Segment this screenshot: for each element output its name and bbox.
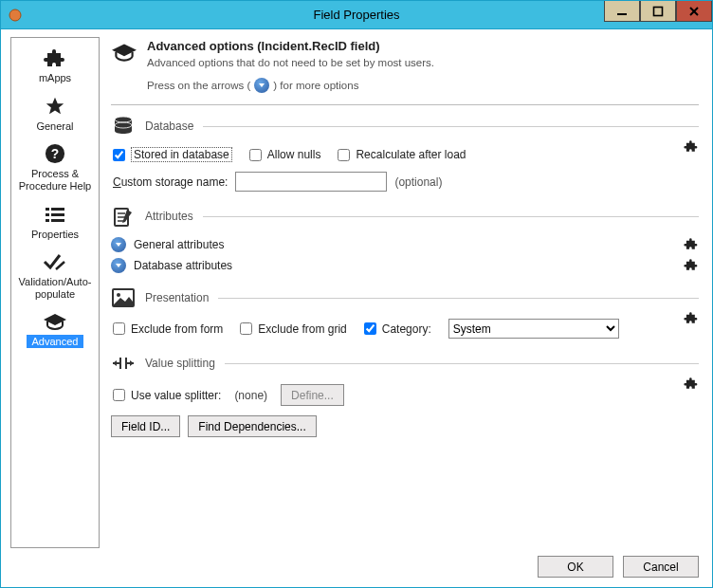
svg-marker-32 — [113, 360, 117, 366]
check-pencil-icon — [15, 249, 95, 274]
section-database: Database Stored in database Allo — [111, 115, 699, 192]
svg-rect-12 — [46, 219, 49, 222]
svg-line-14 — [56, 262, 64, 269]
arrow-down-icon — [254, 78, 269, 93]
puzzle-icon — [15, 46, 95, 70]
section-presentation: Presentation Exclude from form E — [111, 286, 699, 339]
window: Field Properties mApps — [0, 0, 713, 588]
graduation-cap-icon — [15, 309, 95, 334]
allow-nulls-checkbox[interactable]: Allow nulls — [249, 148, 321, 161]
sidebar-item-validation[interactable]: Validation/Auto-populate — [13, 248, 97, 305]
svg-marker-17 — [259, 83, 265, 87]
arrow-down-icon — [111, 258, 126, 273]
page-hint: Press on the arrows ( ) for more options — [147, 78, 434, 93]
exclude-from-form-checkbox[interactable]: Exclude from form — [113, 322, 223, 336]
puzzle-icon[interactable] — [684, 237, 699, 253]
optional-label: (optional) — [394, 175, 442, 189]
sidebar-item-properties[interactable]: Properties — [13, 200, 97, 247]
window-buttons — [604, 1, 712, 22]
find-dependencies-button[interactable]: Find Dependencies... — [188, 415, 316, 437]
category-checkbox[interactable]: Category: — [364, 322, 431, 336]
ok-button[interactable]: OK — [538, 556, 613, 578]
help-icon: ? — [15, 141, 95, 166]
svg-point-28 — [117, 293, 120, 297]
field-id-button[interactable]: Field ID... — [111, 415, 180, 437]
category-select[interactable]: System — [448, 319, 619, 339]
page-header: Advanced options (Incident.RecID field) … — [111, 37, 699, 101]
dialog-footer: OK Cancel — [10, 548, 703, 578]
graduation-cap-icon — [111, 39, 137, 93]
image-icon — [111, 286, 136, 309]
database-icon — [111, 115, 136, 138]
puzzle-icon[interactable] — [684, 139, 699, 156]
titlebar: Field Properties — [1, 1, 712, 29]
sidebar-item-process-help[interactable]: ? Process & Procedure Help — [13, 139, 97, 197]
svg-rect-8 — [46, 208, 49, 211]
minimize-button[interactable] — [604, 1, 640, 22]
puzzle-icon[interactable] — [684, 377, 699, 393]
svg-marker-5 — [46, 97, 64, 113]
maximize-button[interactable] — [640, 1, 676, 22]
main-panel: Advanced options (Incident.RecID field) … — [105, 37, 703, 548]
svg-rect-2 — [654, 7, 663, 15]
page-title: Advanced options (Incident.RecID field) — [147, 39, 434, 53]
exclude-from-grid-checkbox[interactable]: Exclude from grid — [240, 322, 346, 336]
svg-rect-11 — [51, 213, 64, 216]
svg-marker-34 — [130, 360, 134, 366]
svg-rect-10 — [46, 213, 49, 216]
split-icon — [111, 352, 136, 375]
splitter-value: (none) — [234, 389, 267, 402]
star-icon — [15, 94, 95, 119]
section-attributes: Attributes General attributes — [111, 205, 699, 273]
svg-text:?: ? — [51, 147, 59, 161]
custom-storage-label: Custom storage name: — [113, 175, 228, 189]
close-button[interactable] — [676, 1, 712, 22]
recalculate-after-load-checkbox[interactable]: Recalculate after load — [338, 148, 466, 161]
general-attributes-toggle[interactable]: General attributes — [111, 237, 699, 252]
section-value-splitting: Value splitting Use value splitter: (non… — [111, 352, 699, 437]
app-icon — [9, 9, 22, 22]
svg-point-0 — [9, 9, 21, 21]
custom-storage-input[interactable] — [235, 172, 387, 192]
separator — [111, 104, 699, 105]
define-button[interactable]: Define... — [281, 384, 344, 406]
list-icon — [15, 202, 95, 227]
puzzle-icon[interactable] — [684, 258, 699, 274]
sidebar-item-advanced[interactable]: Advanced — [13, 307, 97, 354]
svg-marker-26 — [116, 264, 121, 267]
cancel-button[interactable]: Cancel — [623, 556, 699, 578]
dialog-body: mApps General ? Process & Procedure Help — [1, 29, 712, 587]
svg-marker-25 — [116, 243, 121, 247]
puzzle-icon[interactable] — [684, 311, 699, 327]
sidebar-item-general[interactable]: General — [13, 92, 97, 138]
page-subtitle: Advanced options that do not need to be … — [147, 57, 434, 68]
svg-rect-9 — [51, 208, 64, 211]
use-value-splitter-checkbox[interactable]: Use value splitter: — [113, 389, 221, 402]
svg-rect-13 — [51, 219, 64, 222]
arrow-down-icon — [111, 237, 126, 252]
sidebar-item-mapps[interactable]: mApps — [13, 44, 97, 90]
attributes-icon — [111, 205, 136, 228]
sidebar: mApps General ? Process & Procedure Help — [10, 37, 100, 548]
stored-in-database-checkbox[interactable]: Stored in database — [113, 147, 232, 162]
database-attributes-toggle[interactable]: Database attributes — [111, 258, 699, 273]
